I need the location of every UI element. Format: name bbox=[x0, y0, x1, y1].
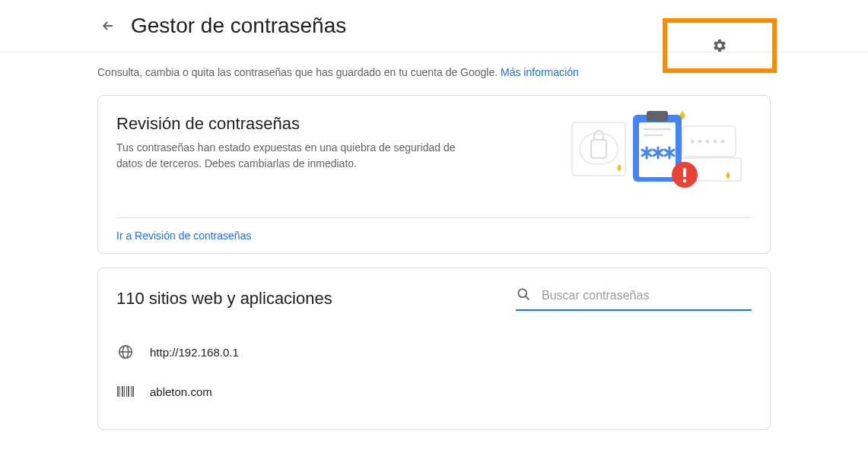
svg-point-26 bbox=[683, 179, 686, 182]
back-button[interactable] bbox=[99, 17, 117, 35]
arrow-left-icon bbox=[100, 18, 116, 33]
search-icon bbox=[516, 287, 531, 305]
svg-point-6 bbox=[706, 140, 710, 144]
main-content: Consulta, cambia o quita las contraseñas… bbox=[0, 52, 868, 430]
settings-highlight-box bbox=[663, 18, 777, 73]
page-title: Gestor de contraseñas bbox=[131, 14, 346, 38]
sites-count-title: 110 sitios web y aplicaciones bbox=[116, 289, 332, 309]
svg-rect-25 bbox=[683, 168, 686, 177]
subtitle-text: Consulta, cambia o quita las contraseñas… bbox=[97, 66, 501, 78]
svg-rect-2 bbox=[591, 140, 606, 158]
svg-line-28 bbox=[526, 296, 529, 300]
learn-more-link[interactable]: Más información bbox=[501, 66, 579, 78]
checkup-link-row: Ir a Revisión de contraseñas bbox=[116, 217, 752, 253]
search-field-wrap bbox=[516, 287, 752, 311]
svg-point-8 bbox=[721, 140, 725, 144]
sites-card: 110 sitios web y aplicaciones bbox=[97, 268, 771, 430]
password-checkup-card: Revisión de contraseñas Tus contraseñas … bbox=[97, 95, 771, 254]
go-to-checkup-link[interactable]: Ir a Revisión de contraseñas bbox=[116, 230, 251, 242]
site-row[interactable]: http://192.168.0.1 bbox=[116, 332, 752, 372]
site-name: http://192.168.0.1 bbox=[150, 346, 239, 359]
sites-header: 110 sitios web y aplicaciones bbox=[116, 287, 752, 311]
svg-point-5 bbox=[698, 140, 702, 144]
svg-rect-12 bbox=[647, 111, 668, 122]
settings-button[interactable] bbox=[711, 36, 729, 55]
svg-point-4 bbox=[691, 140, 695, 144]
svg-point-7 bbox=[714, 140, 717, 144]
svg-rect-1 bbox=[580, 134, 618, 164]
gear-icon bbox=[712, 38, 727, 53]
site-row[interactable]: ableton.com bbox=[116, 372, 752, 411]
checkup-description: Tus contraseñas han estado expuestas en … bbox=[116, 140, 482, 172]
page-header: Gestor de contraseñas bbox=[0, 0, 868, 52]
checkup-illustration bbox=[549, 103, 747, 195]
site-name: ableton.com bbox=[150, 385, 212, 398]
svg-point-27 bbox=[518, 289, 526, 297]
barcode-icon bbox=[116, 382, 135, 401]
search-input[interactable] bbox=[542, 289, 752, 302]
globe-icon bbox=[116, 343, 135, 361]
